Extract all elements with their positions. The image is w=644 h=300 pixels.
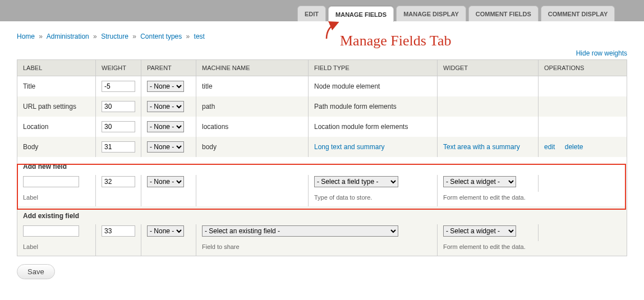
field-label: Title [17, 76, 96, 97]
parent-select[interactable]: - None - [147, 225, 184, 237]
add-existing-field-desc: Label Field to share Form element to edi… [17, 241, 627, 256]
breadcrumb-admin[interactable]: Administration [47, 33, 89, 40]
col-weight: WEIGHT [96, 60, 141, 76]
machine-name: title [196, 76, 309, 97]
fields-table: LABEL WEIGHT PARENT MACHINE NAME FIELD T… [17, 59, 627, 256]
machine-name: path [196, 96, 309, 117]
table-row: Title - None - title Node module element [17, 76, 627, 97]
field-label: Location [17, 117, 96, 137]
parent-select[interactable]: - None - [147, 176, 184, 187]
field-label: Body [17, 137, 96, 157]
field-type: Path module form elements [309, 96, 438, 117]
col-machine: MACHINE NAME [196, 60, 309, 76]
weight-input[interactable] [102, 176, 135, 187]
widget-select[interactable]: - Select a widget - [443, 176, 516, 187]
weight-input[interactable] [102, 81, 135, 92]
breadcrumb-sep: » [39, 33, 43, 40]
type-desc: Type of data to store. [309, 192, 438, 206]
widget-select[interactable]: - Select a widget - [443, 225, 516, 237]
label-desc: Label [17, 241, 96, 256]
parent-select[interactable]: - None - [147, 81, 184, 92]
edit-link[interactable]: edit [544, 143, 555, 151]
col-label: LABEL [17, 60, 96, 76]
weight-input[interactable] [102, 225, 135, 237]
parent-select[interactable]: - None - [147, 101, 184, 112]
existing-field-desc: Field to share [196, 241, 438, 256]
add-existing-field-section: Add existing field [17, 206, 627, 224]
save-button[interactable]: Save [17, 264, 55, 279]
field-type: Location module form elements [309, 117, 438, 137]
col-field-type: FIELD TYPE [309, 60, 438, 76]
primary-tabs: EDIT MANAGE FIELDS MANAGE DISPLAY COMMEN… [0, 0, 644, 21]
machine-name: locations [196, 117, 309, 137]
machine-name: body [196, 137, 309, 157]
widget-desc: Form element to edit the data. [438, 192, 627, 206]
weight-input[interactable] [102, 141, 135, 153]
table-row: Body - None - body Long text and summary… [17, 137, 627, 157]
weight-input[interactable] [102, 101, 135, 112]
col-parent: PARENT [141, 60, 196, 76]
delete-link[interactable]: delete [565, 143, 583, 151]
section-heading: Add new field [17, 157, 627, 175]
tab-comment-display[interactable]: COMMENT DISPLAY [541, 6, 615, 21]
widget-desc: Form element to edit the data. [438, 241, 627, 256]
new-field-label-input[interactable] [23, 176, 79, 187]
add-new-field-row: - None - - Select a field type - - Selec… [17, 175, 627, 192]
breadcrumb-sep: » [186, 33, 190, 40]
parent-select[interactable]: - None - [147, 141, 184, 153]
breadcrumb-content-types[interactable]: Content types [140, 33, 182, 40]
section-heading: Add existing field [17, 206, 627, 224]
field-type-link[interactable]: Long text and summary [314, 143, 384, 151]
col-widget: WIDGET [438, 60, 539, 76]
add-new-field-desc: Label Type of data to store. Form elemen… [17, 192, 627, 206]
tab-manage-display[interactable]: MANAGE DISPLAY [396, 6, 466, 21]
field-label: URL path settings [17, 96, 96, 117]
col-ops: OPERATIONS [539, 60, 627, 76]
breadcrumb-sep: » [132, 33, 136, 40]
add-new-field-section: Add new field [17, 157, 627, 175]
add-existing-field-row: - None - - Select an existing field - - … [17, 224, 627, 241]
breadcrumb-sep: » [93, 33, 97, 40]
field-type-select[interactable]: - Select a field type - [314, 176, 398, 187]
label-desc: Label [17, 192, 96, 206]
widget-link[interactable]: Text area with a summary [443, 143, 520, 151]
breadcrumb-structure[interactable]: Structure [101, 33, 128, 40]
weight-input[interactable] [102, 121, 135, 132]
table-row: Location - None - locations Location mod… [17, 117, 627, 137]
existing-field-label-input[interactable] [23, 225, 79, 237]
breadcrumb-home[interactable]: Home [17, 33, 35, 40]
tab-comment-fields[interactable]: COMMENT FIELDS [468, 6, 539, 21]
tab-manage-fields[interactable]: MANAGE FIELDS [328, 6, 394, 22]
parent-select[interactable]: - None - [147, 121, 184, 132]
existing-field-select[interactable]: - Select an existing field - [202, 225, 398, 237]
field-type: Node module element [309, 76, 438, 97]
table-row: URL path settings - None - path Path mod… [17, 96, 627, 117]
tab-edit[interactable]: EDIT [297, 6, 326, 21]
breadcrumb: Home » Administration » Structure » Cont… [17, 33, 627, 40]
hide-row-weights-link[interactable]: Hide row weights [576, 49, 627, 57]
breadcrumb-current[interactable]: test [194, 33, 205, 40]
